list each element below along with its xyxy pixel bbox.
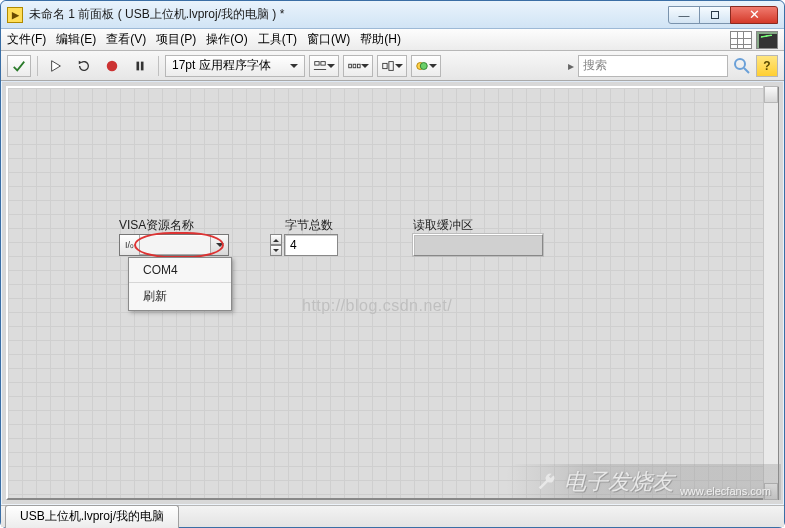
reorder-objects-button[interactable] — [411, 55, 441, 77]
toolbar: 17pt 应用程序字体 ▸ 搜索 ? — [1, 51, 784, 81]
align-objects-button[interactable] — [309, 55, 339, 77]
minimize-button[interactable]: — — [668, 6, 700, 24]
svg-marker-1 — [79, 60, 83, 64]
search-placeholder: 搜索 — [583, 57, 607, 74]
pause-icon — [133, 59, 147, 73]
project-tab-label: USB上位机.lvproj/我的电脑 — [20, 509, 164, 523]
titlebar[interactable]: ▶ 未命名 1 前面板 ( USB上位机.lvproj/我的电脑 ) * — ✕ — [1, 1, 784, 29]
menubar: 文件(F) 编辑(E) 查看(V) 项目(P) 操作(O) 工具(T) 窗口(W… — [1, 29, 784, 51]
distribute-icon — [347, 59, 361, 73]
resize-objects-button[interactable] — [377, 55, 407, 77]
search-icon[interactable] — [732, 56, 752, 76]
svg-rect-12 — [389, 61, 393, 70]
window-controls: — ✕ — [669, 6, 778, 24]
window-frame: ▶ 未命名 1 前面板 ( USB上位机.lvproj/我的电脑 ) * — ✕… — [0, 0, 785, 528]
svg-marker-0 — [52, 60, 61, 71]
window-title: 未命名 1 前面板 ( USB上位机.lvproj/我的电脑 ) * — [29, 6, 669, 23]
search-chevron-icon[interactable]: ▸ — [568, 59, 574, 73]
scope-palette-icon[interactable] — [756, 31, 778, 49]
svg-point-2 — [107, 60, 118, 71]
abort-icon — [105, 59, 119, 73]
svg-rect-11 — [383, 63, 387, 68]
chevron-down-icon — [429, 60, 437, 72]
search-input[interactable]: 搜索 — [578, 55, 728, 77]
run-continuous-icon — [77, 59, 91, 73]
chevron-down-icon — [290, 60, 298, 72]
run-button[interactable] — [44, 55, 68, 77]
byte-count-control: 4 — [270, 234, 338, 256]
reorder-icon — [415, 59, 429, 73]
svg-point-15 — [735, 59, 745, 69]
svg-line-16 — [744, 68, 749, 73]
close-button[interactable]: ✕ — [730, 6, 778, 24]
distribute-objects-button[interactable] — [343, 55, 373, 77]
abort-button[interactable] — [100, 55, 124, 77]
chevron-down-icon — [361, 60, 369, 72]
grid-palette-icon[interactable] — [730, 31, 752, 49]
svg-rect-8 — [349, 64, 352, 68]
menu-window[interactable]: 窗口(W) — [307, 31, 350, 48]
read-buffer-indicator — [413, 234, 543, 256]
maximize-icon — [711, 11, 719, 19]
run-arrow-icon — [49, 59, 63, 73]
toolbar-sep — [37, 56, 38, 76]
visa-menu-item-com4[interactable]: COM4 — [129, 258, 231, 282]
visa-dropdown-button[interactable] — [210, 235, 228, 255]
svg-rect-3 — [137, 61, 140, 70]
chevron-down-icon — [327, 60, 335, 72]
visa-resource-control[interactable]: I/₀ — [119, 234, 229, 256]
menu-view[interactable]: 查看(V) — [106, 31, 146, 48]
font-select-label: 17pt 应用程序字体 — [172, 57, 271, 74]
visa-menu-item-refresh[interactable]: 刷新 — [129, 282, 231, 310]
menu-project[interactable]: 项目(P) — [156, 31, 196, 48]
svg-point-14 — [420, 62, 427, 69]
byte-count-label: 字节总数 — [285, 217, 333, 234]
font-select[interactable]: 17pt 应用程序字体 — [165, 55, 305, 77]
maximize-button[interactable] — [699, 6, 731, 24]
svg-rect-5 — [315, 61, 319, 65]
resize-icon — [381, 59, 395, 73]
visa-resource-label: VISA资源名称 — [119, 217, 194, 234]
context-help-button[interactable]: ? — [756, 55, 778, 77]
vertical-scrollbar[interactable] — [763, 86, 778, 500]
spin-up-button[interactable] — [270, 234, 282, 245]
visa-resource-value[interactable] — [140, 235, 210, 255]
help-label: ? — [763, 59, 770, 73]
svg-rect-10 — [358, 64, 361, 68]
byte-count-input[interactable]: 4 — [284, 234, 338, 256]
byte-count-spinner — [270, 234, 282, 256]
project-tab[interactable]: USB上位机.lvproj/我的电脑 — [5, 505, 179, 528]
visa-dropdown-menu: COM4 刷新 — [128, 257, 232, 311]
align-icon — [313, 59, 327, 73]
visa-io-icon: I/₀ — [120, 235, 140, 255]
svg-rect-6 — [321, 61, 325, 65]
check-icon — [12, 59, 26, 73]
menu-edit[interactable]: 编辑(E) — [56, 31, 96, 48]
byte-count-value: 4 — [290, 238, 297, 252]
front-panel[interactable]: VISA资源名称 I/₀ COM4 刷新 字节总数 4 读取缓冲区 htt — [2, 82, 783, 504]
menu-operate[interactable]: 操作(O) — [206, 31, 247, 48]
toolbar-sep — [158, 56, 159, 76]
menu-tools[interactable]: 工具(T) — [258, 31, 297, 48]
spin-down-button[interactable] — [270, 245, 282, 256]
chevron-down-icon — [395, 60, 403, 72]
panel-grid — [6, 86, 779, 500]
menu-file[interactable]: 文件(F) — [7, 31, 46, 48]
read-buffer-label: 读取缓冲区 — [413, 217, 473, 234]
labview-app-icon: ▶ — [7, 7, 23, 23]
statusbar: USB上位机.lvproj/我的电脑 — [1, 505, 784, 527]
svg-rect-4 — [141, 61, 144, 70]
svg-rect-9 — [353, 64, 356, 68]
run-continuous-button[interactable] — [72, 55, 96, 77]
confirm-button[interactable] — [7, 55, 31, 77]
pause-button[interactable] — [128, 55, 152, 77]
menu-help[interactable]: 帮助(H) — [360, 31, 401, 48]
